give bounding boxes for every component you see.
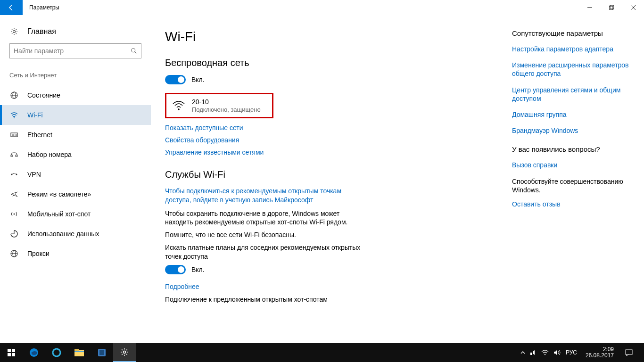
airplane-icon <box>9 190 19 198</box>
search-icon <box>131 48 137 54</box>
wifi-toggle[interactable] <box>165 75 186 84</box>
svg-rect-40 <box>626 350 632 354</box>
improve-heading: Способствуйте совершенствованию Windows. <box>512 177 630 194</box>
taskbar-app2[interactable] <box>91 343 113 362</box>
sidebar-item-hotspot[interactable]: Мобильный хот-спот <box>0 204 151 224</box>
back-button[interactable] <box>0 0 23 15</box>
svg-rect-32 <box>74 350 84 356</box>
sidebar-item-proxy[interactable]: Прокси <box>0 244 151 263</box>
paid-plans-toggle-label: Вкл. <box>191 266 205 273</box>
status-icon <box>9 91 19 99</box>
sidebar-item-ethernet[interactable]: Ethernet <box>0 125 151 145</box>
notification-button[interactable] <box>618 343 640 362</box>
proxy-icon <box>9 249 19 258</box>
show-available-link[interactable]: Показать доступные сети <box>165 124 498 132</box>
tray-lang[interactable]: РУС <box>566 349 577 356</box>
related-link[interactable]: Брандмауэр Windows <box>512 126 630 135</box>
related-panel: Сопутствующие параметры Настройка параме… <box>512 15 644 343</box>
related-heading: Сопутствующие параметры <box>512 29 630 37</box>
sidebar-item-label: Прокси <box>27 250 50 257</box>
network-status: Подключено, защищено <box>192 106 261 113</box>
more-link[interactable]: Подробнее <box>165 283 498 290</box>
sidebar-item-status[interactable]: Состояние <box>0 85 151 105</box>
start-button[interactable] <box>0 343 23 362</box>
maximize-button[interactable] <box>601 0 622 15</box>
page-title: Wi-Fi <box>165 29 498 44</box>
svg-rect-38 <box>530 353 532 355</box>
svg-point-21 <box>14 214 15 215</box>
svg-rect-27 <box>12 349 15 352</box>
svg-point-39 <box>545 354 545 355</box>
svg-point-11 <box>14 117 15 118</box>
related-link[interactable]: Центр управления сетями и общим доступом <box>512 86 630 103</box>
minimize-button[interactable] <box>579 0 601 15</box>
main-content: Wi-Fi Беспроводная сеть Вкл. 20-10 Подкл… <box>151 15 512 343</box>
sidebar-item-vpn[interactable]: VPN <box>0 165 151 184</box>
sidebar-item-label: Использование данных <box>27 230 99 238</box>
sidebar-item-dialup[interactable]: Набор номера <box>0 145 151 165</box>
taskbar-edge[interactable] <box>23 343 45 362</box>
feedback-link[interactable]: Оставить отзыв <box>512 200 630 208</box>
signin-link[interactable]: Чтобы подключиться к рекомендуемым откры… <box>165 187 368 205</box>
sidebar-item-label: Режим «в самолете» <box>27 190 91 198</box>
tray-chevron-icon[interactable] <box>520 350 525 355</box>
related-link[interactable]: Изменение расширенных параметров общего … <box>512 61 630 78</box>
system-tray[interactable]: РУС <box>516 349 582 356</box>
svg-rect-33 <box>74 349 79 351</box>
sidebar-home-label: Главная <box>27 27 56 36</box>
taskbar-app1[interactable] <box>45 343 68 362</box>
questions-heading: У вас появились вопросы? <box>512 145 630 153</box>
sidebar-home[interactable]: Главная <box>0 24 151 40</box>
services-para1: Чтобы сохранить подключение в дороге, Wi… <box>165 209 368 227</box>
services-para2: Помните, что не все сети Wi-Fi безопасны… <box>165 230 368 239</box>
network-name: 20-10 <box>192 98 261 106</box>
help-link[interactable]: Вызов справки <box>512 161 630 169</box>
sidebar-item-datausage[interactable]: Использование данных <box>0 224 151 244</box>
taskbar-clock[interactable]: 2:09 26.08.2017 <box>582 346 618 359</box>
sidebar: Главная Сеть и Интернет Состояние Wi-Fi … <box>0 15 151 343</box>
taskbar-settings[interactable] <box>113 343 136 362</box>
svg-rect-36 <box>99 350 104 355</box>
sidebar-item-wifi[interactable]: Wi-Fi <box>0 105 151 125</box>
sidebar-item-airplane[interactable]: Режим «в самолете» <box>0 184 151 204</box>
sidebar-item-label: Wi-Fi <box>27 111 43 119</box>
tray-wifi-icon[interactable] <box>541 350 549 355</box>
svg-line-7 <box>135 52 137 54</box>
wifi-signal-icon <box>172 100 186 111</box>
tray-volume-icon[interactable] <box>553 349 561 356</box>
svg-rect-17 <box>11 155 13 156</box>
related-link[interactable]: Домашняя группа <box>512 110 630 119</box>
taskbar: РУС 2:09 26.08.2017 <box>0 343 644 362</box>
related-link[interactable]: Настройка параметров адаптера <box>512 45 630 53</box>
current-network[interactable]: 20-10 Подключено, защищено <box>165 93 273 118</box>
services-para4: Подключение к предложенным открытым хот-… <box>165 295 368 304</box>
svg-rect-26 <box>8 349 11 352</box>
tray-power-icon[interactable] <box>530 350 537 355</box>
taskbar-date: 26.08.2017 <box>586 353 614 359</box>
wifi-icon <box>9 111 19 119</box>
services-heading: Службы Wi-Fi <box>165 169 498 180</box>
sidebar-item-label: Набор номера <box>27 151 72 158</box>
manage-known-link[interactable]: Управление известными сетями <box>165 148 498 156</box>
svg-rect-34 <box>74 351 84 352</box>
close-button[interactable] <box>622 0 644 15</box>
window-title: Параметры <box>23 4 59 11</box>
svg-point-37 <box>124 351 126 354</box>
wireless-heading: Беспроводная сеть <box>165 58 498 68</box>
svg-point-25 <box>178 108 180 110</box>
search-input-container[interactable] <box>9 43 141 58</box>
svg-point-31 <box>53 349 60 356</box>
data-usage-icon <box>9 230 19 238</box>
taskbar-explorer[interactable] <box>68 343 91 362</box>
ethernet-icon <box>9 131 19 139</box>
search-input[interactable] <box>14 47 131 55</box>
paid-plans-toggle[interactable] <box>165 265 186 274</box>
vpn-icon <box>9 170 19 179</box>
wifi-toggle-label: Вкл. <box>191 76 205 83</box>
dialup-icon <box>9 150 19 159</box>
hardware-props-link[interactable]: Свойства оборудования <box>165 136 498 144</box>
svg-rect-29 <box>12 353 15 356</box>
svg-rect-18 <box>16 155 17 156</box>
services-para3: Искать платные планы для соседних рекоме… <box>165 243 368 261</box>
svg-rect-28 <box>8 353 11 356</box>
